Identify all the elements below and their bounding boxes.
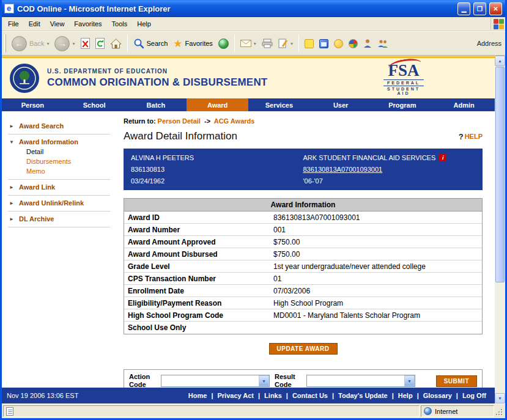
breadcrumb-person-detail[interactable]: Person Detail [158, 117, 201, 125]
tab-school[interactable]: School [64, 98, 125, 111]
toolbar-grip[interactable] [4, 34, 6, 53]
table-row: Award Amount Disbursed $750.00 [124, 248, 482, 260]
update-award-button[interactable]: UPDATE AWARD [269, 343, 338, 355]
return-to-label: Return to: [124, 117, 156, 125]
smiley-icon [334, 39, 343, 48]
resize-grip[interactable] [495, 405, 504, 417]
menu-view[interactable]: View [45, 18, 70, 29]
home-icon [110, 39, 122, 49]
school-name: ARK STUDENT FINANCIAL AID SERVICES [303, 154, 436, 161]
minimize-button[interactable]: ▁ [457, 2, 470, 15]
windows-logo-icon [490, 18, 504, 30]
search-button[interactable]: Search [131, 37, 170, 50]
smiley-button[interactable] [332, 38, 345, 50]
mail-dropdown-icon[interactable]: ▾ [254, 41, 256, 46]
footer-link-privacy-act[interactable]: Privacy Act [218, 392, 254, 399]
page-title: Award Detail Information [124, 130, 237, 142]
sidebar-item-award-information[interactable]: ▼ Award Information [9, 138, 108, 146]
status-zone-label: Internet [435, 408, 457, 415]
action-form: Action Code ▼ Result Code ▼ SUBMIT [124, 369, 483, 388]
tab-services[interactable]: Services [248, 98, 310, 111]
tab-program[interactable]: Program [372, 98, 434, 111]
tab-award[interactable]: Award [187, 98, 248, 111]
back-dropdown-icon[interactable]: ▾ [46, 41, 49, 46]
refresh-button[interactable] [94, 37, 106, 50]
tab-batch[interactable]: Batch [125, 98, 187, 111]
footer-link-home[interactable]: Home [188, 392, 207, 399]
menu-tools[interactable]: Tools [107, 18, 133, 29]
department-line: U.S. DEPARTMENT OF EDUCATION [47, 68, 267, 75]
menu-help[interactable]: Help [132, 18, 156, 29]
close-button[interactable]: ✕ [489, 2, 502, 15]
table-row: CPS Transaction Number 01 [124, 273, 482, 285]
icq-button[interactable] [347, 38, 360, 50]
home-button[interactable] [108, 37, 124, 50]
print-icon [262, 39, 273, 48]
menu-file[interactable]: File [3, 18, 24, 29]
refresh-icon [95, 38, 105, 49]
triangle-right-icon: ► [9, 185, 15, 190]
action-code-select[interactable]: ▼ [161, 375, 270, 387]
print-button[interactable] [260, 37, 275, 50]
footer-link-contact-us[interactable]: Contact Us [292, 392, 328, 399]
menu-edit[interactable]: Edit [24, 18, 45, 29]
title-bar[interactable]: COD Online - Microsoft Internet Explorer… [2, 0, 505, 17]
footer-link-help[interactable]: Help [398, 392, 413, 399]
scroll-up-button[interactable]: ▲ [495, 56, 505, 66]
favorites-star-icon: ★ [173, 37, 182, 50]
sidebar-item-disbursements[interactable]: Disbursements [26, 158, 108, 165]
content-area: ► Award Search ▼ Award Information Detai… [2, 111, 495, 388]
browser-viewport: U.S. DEPARTMENT OF EDUCATION COMMON ORIG… [2, 56, 505, 403]
sidebar-item-memo[interactable]: Memo [26, 168, 108, 175]
footer-link-links[interactable]: Links [264, 392, 282, 399]
main-panel: Return to: Person Detail -> ACG Awards A… [115, 111, 495, 388]
contact-button[interactable] [361, 37, 374, 50]
result-code-label: Result Code [275, 373, 302, 388]
action-code-label: Action Code [129, 373, 156, 388]
help-button[interactable]: ? HELP [459, 132, 483, 141]
maximize-button[interactable]: ❐ [473, 2, 486, 15]
favorites-button[interactable]: ★ Favorites [171, 36, 215, 51]
table-title: Award Information [124, 199, 482, 212]
mail-button[interactable]: ▾ [239, 39, 258, 48]
back-button[interactable]: ← Back ▾ [10, 35, 51, 53]
forward-button[interactable]: → ▾ [53, 35, 76, 53]
people-button[interactable] [376, 37, 390, 50]
sidebar-item-award-search[interactable]: ► Award Search [9, 122, 108, 130]
scroll-track[interactable] [495, 66, 505, 393]
help-question-icon: ? [459, 132, 464, 141]
app-title: COMMON ORIGINATION & DISBURSEMENT [47, 76, 267, 89]
notes-button[interactable] [303, 38, 316, 50]
sidebar-item-award-unlink-relink[interactable]: ► Award Unlink/Relink [9, 199, 108, 207]
sidebar-item-dl-archive[interactable]: ► DL Archive [9, 215, 108, 223]
vertical-scrollbar[interactable]: ▲ ▼ [495, 56, 505, 403]
breadcrumb: Return to: Person Detail -> ACG Awards [124, 117, 483, 125]
menu-favorites[interactable]: Favorites [69, 18, 106, 29]
tab-user[interactable]: User [310, 98, 372, 111]
address-label: Address [472, 40, 501, 47]
footer-link-glossary[interactable]: Glossary [423, 392, 452, 399]
scroll-down-button[interactable]: ▼ [495, 393, 505, 403]
info-icon[interactable]: i [439, 154, 446, 161]
scroll-thumb[interactable] [495, 67, 505, 282]
table-row: Award Amount Approved $750.00 [124, 236, 482, 248]
messenger-button[interactable] [317, 38, 330, 50]
breadcrumb-acg-awards[interactable]: ACG Awards [214, 117, 255, 125]
award-id-link[interactable]: 836130813A07001093001 [303, 166, 476, 173]
stop-button[interactable] [79, 37, 92, 50]
sidebar-item-award-link[interactable]: ► Award Link [9, 183, 108, 191]
submit-button[interactable]: SUBMIT [436, 375, 477, 387]
result-code-select[interactable]: ▼ [306, 375, 415, 387]
edit-button[interactable]: ▾ [276, 37, 295, 50]
edit-dropdown-icon[interactable]: ▾ [291, 41, 293, 46]
sidebar-item-detail[interactable]: Detail [26, 148, 108, 155]
media-button[interactable] [216, 37, 231, 50]
internet-zone-icon [424, 407, 432, 415]
footer-link-log-off[interactable]: Log Off [462, 392, 486, 399]
tab-admin[interactable]: Admin [433, 98, 495, 111]
table-row: Eligibility/Payment Reason High School P… [124, 297, 482, 309]
forward-dropdown-icon[interactable]: ▾ [72, 41, 75, 46]
footer-link-todays-update[interactable]: Today's Update [338, 392, 388, 399]
tab-person[interactable]: Person [2, 98, 64, 111]
sidebar: ► Award Search ▼ Award Information Detai… [2, 111, 115, 388]
